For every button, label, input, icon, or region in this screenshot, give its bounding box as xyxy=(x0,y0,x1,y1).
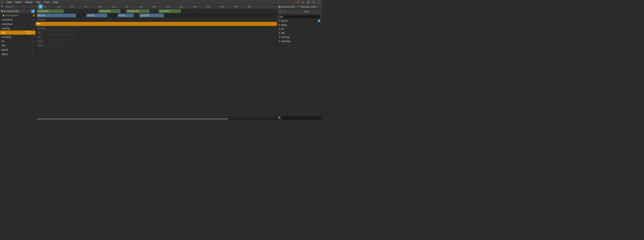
track-row-idle[interactable]: idle xyxy=(36,35,277,39)
sidebar-search-bar[interactable]: 🔍 ✕ xyxy=(0,5,36,9)
anim-item-f-dying[interactable]: F dying xyxy=(277,23,322,27)
timeline-cursor[interactable]: 0 xyxy=(38,5,42,9)
sidebar-item-aim[interactable]: aim ★ xyxy=(0,30,36,35)
clip-running-dashed[interactable]: running xyxy=(37,18,49,22)
toolbar-add-btn[interactable]: + xyxy=(287,10,291,14)
track-row-hit[interactable]: hit xyxy=(36,30,277,35)
track-row-bottom-clips[interactable]: idle.001 aim.001 hit.001 dying.001 xyxy=(36,13,277,18)
clip-arrow xyxy=(63,10,63,13)
sidebar-item-running[interactable]: running ☆ xyxy=(0,26,36,30)
sidebar-star-idle[interactable]: ☆ xyxy=(32,44,35,47)
anim-item-label: F shooting xyxy=(279,40,290,43)
anim-icon: 🏃 xyxy=(297,6,300,8)
anim-item-f-running[interactable]: F running xyxy=(277,35,322,39)
toolbar-btn-filter[interactable]: ⊞ xyxy=(311,1,316,4)
clip-idle-dashed[interactable]: idle xyxy=(37,35,73,39)
aim-checkbox1[interactable] xyxy=(26,31,28,34)
anim-item-f-big-hit[interactable]: F big hit xyxy=(277,19,322,23)
sidebar-star-shooting[interactable]: ☆ xyxy=(32,36,35,38)
sidebar-item-smoothed1[interactable]: smoothed ☆ xyxy=(0,18,36,22)
clip-arrow xyxy=(148,10,149,13)
clip-running001[interactable]: running.001 xyxy=(98,10,120,13)
menu-select[interactable]: Select xyxy=(14,0,24,5)
sidebar-item-label: smoothed xyxy=(2,23,32,26)
sidebar-star-running[interactable]: ☆ xyxy=(32,27,35,30)
scrollbar-thumb[interactable] xyxy=(36,118,228,120)
track-row-dying[interactable]: dying xyxy=(36,43,277,48)
clip-running002[interactable]: running.002 xyxy=(37,10,63,13)
toolbar-dropdown-btn[interactable]: ▾ xyxy=(283,10,286,14)
aim-checkbox2[interactable] xyxy=(29,31,31,34)
sidebar-item-shooting[interactable]: shooting ☆ xyxy=(0,35,36,39)
timeline-tick-240: 240 xyxy=(193,5,196,9)
search-input[interactable] xyxy=(4,5,37,9)
clip-hit-dashed[interactable]: hit xyxy=(37,31,73,34)
new-button[interactable]: New xyxy=(292,10,321,14)
toolbar-btn-pin[interactable]: 📌 xyxy=(296,1,300,4)
clip-big-hit-dashed[interactable]: big hit xyxy=(37,39,66,43)
timeline-tick-100: 100 xyxy=(98,5,102,9)
breadcrumb-armature: Armature.002 xyxy=(281,6,295,8)
menu-add[interactable]: Add xyxy=(34,0,42,5)
toolbar-settings-btn[interactable]: ⚙ xyxy=(278,10,282,14)
timeline-scrollbar[interactable] xyxy=(36,117,277,120)
sidebar-item-no-action[interactable]: ⭐ <No Action> xyxy=(0,13,36,18)
toolbar-btn-filter2[interactable]: ▽ xyxy=(316,1,321,4)
sidebar-item-label: running xyxy=(2,27,32,30)
clip-dying001[interactable]: dying.001 xyxy=(140,14,164,17)
sidebar-item-armature[interactable]: 🦴 Armature.002 ✓ xyxy=(0,9,36,13)
clip-idle001[interactable]: idle.001 xyxy=(37,14,76,17)
sidebar-item-dying[interactable]: dying ☆ xyxy=(0,52,36,56)
sidebar-item-label: aim xyxy=(2,31,26,34)
track-row-big-hit[interactable]: big hit xyxy=(36,39,277,43)
sidebar-star-big-hit[interactable]: ☆ xyxy=(32,48,35,51)
sidebar-item-label: shooting xyxy=(2,36,32,38)
right-panel-search[interactable]: 🔍 xyxy=(277,115,322,120)
app-icon[interactable]: ⬡ xyxy=(0,0,5,5)
menu-strip[interactable]: Strip xyxy=(51,0,60,5)
track-row-shooting[interactable]: shooting xyxy=(36,26,277,30)
sidebar-star-hit[interactable]: ☆ xyxy=(32,40,35,43)
menubar: ⬡ View Select Marker Add Track Strip 📌 ⧉… xyxy=(0,0,322,5)
clip-shooting-dashed[interactable]: shooting xyxy=(37,27,71,30)
search-icon: 🔍 xyxy=(1,5,4,8)
track-row-running[interactable]: running xyxy=(36,18,277,22)
timeline-empty-space xyxy=(36,48,277,117)
sidebar-item-big-hit[interactable]: big hit ☆ xyxy=(0,48,36,52)
sidebar-item-idle[interactable]: idle ☆ xyxy=(0,43,36,48)
timeline-body[interactable]: running.002 running.001 shooting.001 big… xyxy=(36,9,277,117)
anim-item-f-hit[interactable]: F hit xyxy=(277,27,322,31)
timeline-area: 0 20406080100120140160180200220240260280… xyxy=(36,5,277,120)
anim-item-aim-input[interactable] xyxy=(279,15,320,18)
track-row-top-clips[interactable]: running.002 running.001 shooting.001 big… xyxy=(36,9,277,13)
sidebar-star-aim[interactable]: ★ xyxy=(32,31,35,34)
toolbar-btn-copy[interactable]: ⧉ xyxy=(301,1,305,4)
sidebar-star-smoothed1[interactable]: ☆ xyxy=(32,18,35,21)
clip-arrow xyxy=(106,14,107,17)
clip-shooting001[interactable]: shooting.001 xyxy=(126,10,149,13)
sidebar-item-smoothed2[interactable]: smoothed ☆ xyxy=(0,22,36,26)
clip-dying-dashed[interactable]: dying xyxy=(37,44,85,47)
sidebar-item-hit[interactable]: hit ☆ xyxy=(0,39,36,43)
right-panel: Armature.002 › 🏃 Animation Data ⚙ ▾ + Ne… xyxy=(277,5,322,120)
sidebar-star-dying[interactable]: ☆ xyxy=(32,53,35,55)
menu-marker[interactable]: Marker xyxy=(24,0,34,5)
right-search-input[interactable] xyxy=(282,116,321,120)
sidebar-item-label: dying xyxy=(2,53,32,56)
armature-checkbox[interactable]: ✓ xyxy=(31,10,35,13)
clip-arrow xyxy=(120,10,120,13)
clip-big-hit001[interactable]: big hit.001 xyxy=(159,10,180,13)
timeline-tick-300: 300 xyxy=(234,5,237,9)
track-row-aim[interactable]: aim xyxy=(36,22,277,26)
menu-track[interactable]: Track xyxy=(42,0,51,5)
menu-view[interactable]: View xyxy=(5,0,14,5)
clip-hit001[interactable]: hit.001 xyxy=(118,14,134,17)
anim-item-f-shooting[interactable]: F shooting xyxy=(277,39,322,43)
sidebar-star-smoothed2[interactable]: ☆ xyxy=(32,23,35,25)
anim-item-f-idle[interactable]: F idle xyxy=(277,31,322,35)
clip-aim001[interactable]: aim.001 xyxy=(86,14,107,17)
anim-item-aim[interactable] xyxy=(277,15,322,19)
right-panel-toolbar: ⚙ ▾ + New xyxy=(277,9,322,14)
toolbar-btn-link[interactable]: 🔗 xyxy=(306,1,310,4)
timeline-header[interactable]: 0 20406080100120140160180200220240260280… xyxy=(36,5,277,9)
